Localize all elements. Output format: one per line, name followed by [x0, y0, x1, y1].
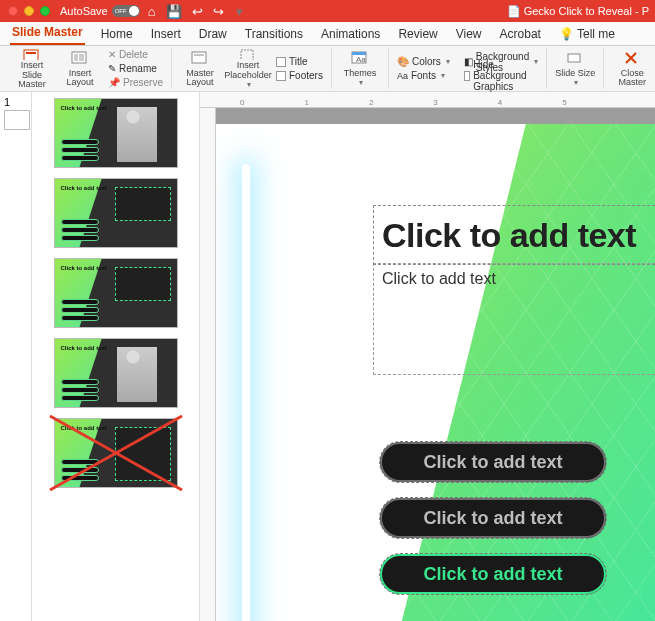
qat-dropdown-icon[interactable]: ▾: [236, 4, 243, 19]
thumb-title: Click to add text: [61, 265, 107, 271]
app-icon: 📄: [507, 5, 521, 17]
window-controls: [8, 6, 50, 16]
insert-placeholder-label: Insert Placeholder: [224, 61, 272, 80]
document-title-text: Gecko Click to Reveal - P: [524, 5, 649, 17]
master-layout-label: Master Layout: [178, 69, 222, 88]
insert-layout-button[interactable]: Insert Layout: [58, 48, 102, 90]
close-master-button[interactable]: Close Master: [610, 48, 654, 90]
layout-thumbnail[interactable]: Click to add text: [54, 98, 178, 168]
option-button-1[interactable]: Click to add text: [380, 442, 606, 482]
slide-size-icon: [566, 50, 584, 68]
placeholder-icon: [239, 48, 257, 61]
checkbox-icon: [276, 57, 286, 67]
group-edit-master: Insert Slide Master Insert Layout ✕Delet…: [4, 48, 172, 89]
master-thumbnail[interactable]: [4, 110, 30, 130]
minimize-window-icon[interactable]: [24, 6, 34, 16]
title-placeholder[interactable]: Click to add text: [374, 206, 655, 264]
layout-thumbnail[interactable]: Click to add text: [54, 338, 178, 408]
preserve-label: Preserve: [123, 77, 163, 88]
slide-size-label: Slide Size: [555, 69, 595, 78]
layout-icon: [71, 50, 89, 68]
ribbon-tabs: Slide Master Home Insert Draw Transition…: [0, 22, 655, 46]
tab-transitions[interactable]: Transitions: [243, 23, 305, 45]
master-layout-button[interactable]: Master Layout: [178, 48, 222, 90]
thumb-title: Click to add text: [61, 105, 107, 111]
ruler-mark: 1: [304, 98, 308, 107]
svg-rect-3: [74, 54, 78, 61]
preserve-button: 📌Preserve: [106, 76, 165, 89]
autosave-switch[interactable]: OFF: [112, 5, 140, 17]
chevron-down-icon[interactable]: ▾: [247, 81, 251, 89]
redo-icon[interactable]: ↪: [213, 4, 224, 19]
option-button-2-label: Click to add text: [423, 508, 562, 529]
option-button-3[interactable]: Click to add text: [380, 554, 606, 594]
tab-acrobat[interactable]: Acrobat: [498, 23, 543, 45]
zoom-window-icon[interactable]: [40, 6, 50, 16]
hide-bg-label: Hide Background Graphics: [473, 59, 538, 92]
fonts-button[interactable]: AaFonts▾: [395, 69, 452, 82]
tab-view[interactable]: View: [454, 23, 484, 45]
slide-edit-area[interactable]: 0 1 2 3 4 5 Click to add text Click to a…: [200, 92, 655, 621]
chevron-down-icon[interactable]: ▾: [441, 71, 445, 80]
themes-label: Themes: [344, 69, 377, 78]
delete-label: Delete: [119, 49, 148, 60]
slide-size-button[interactable]: Slide Size▾: [553, 48, 597, 90]
delete-button: ✕Delete: [106, 48, 165, 61]
insert-slide-master-button[interactable]: Insert Slide Master: [10, 48, 54, 90]
halo-divider: [242, 164, 250, 621]
bulb-icon: 💡: [559, 27, 574, 41]
layout-thumbnails-pane[interactable]: Click to add text Click to add text Clic…: [32, 92, 200, 621]
ruler-mark: 4: [498, 98, 502, 107]
themes-button[interactable]: Aa Themes▾: [338, 48, 382, 90]
colors-label: Colors: [412, 56, 441, 67]
tab-animations[interactable]: Animations: [319, 23, 382, 45]
tab-review[interactable]: Review: [396, 23, 439, 45]
group-master-layout: Master Layout Insert Placeholder▾ Title …: [172, 48, 332, 89]
group-background: 🎨Colors▾ AaFonts▾ ◧Background Styles▾ Hi…: [389, 48, 547, 89]
layout-thumbnail[interactable]: Click to add text: [54, 418, 178, 488]
slide[interactable]: Click to add text Click to add text Clic…: [216, 124, 655, 621]
tab-draw[interactable]: Draw: [197, 23, 229, 45]
tab-tell-me[interactable]: 💡 Tell me: [557, 23, 617, 45]
save-icon[interactable]: 💾: [166, 4, 182, 19]
hide-bg-checkbox[interactable]: Hide Background Graphics: [462, 69, 540, 82]
option-button-2[interactable]: Click to add text: [380, 498, 606, 538]
insert-layout-label: Insert Layout: [58, 69, 102, 88]
svg-rect-11: [568, 54, 580, 62]
body-text: Click to add text: [382, 270, 496, 287]
footers-checkbox[interactable]: Footers: [274, 69, 325, 82]
document-title: 📄 Gecko Click to Reveal - P: [507, 5, 649, 18]
layout-thumbnail[interactable]: Click to add text: [54, 258, 178, 328]
svg-rect-5: [192, 52, 206, 63]
svg-rect-4: [79, 54, 84, 61]
tell-me-label: Tell me: [577, 27, 615, 41]
option-button-3-label: Click to add text: [423, 564, 562, 585]
autosave-toggle[interactable]: AutoSave OFF: [60, 5, 140, 17]
rename-icon: ✎: [108, 63, 116, 74]
checkbox-icon: [276, 71, 286, 81]
insert-placeholder-button[interactable]: Insert Placeholder▾: [226, 48, 270, 90]
outline-pane[interactable]: 1: [0, 92, 32, 621]
tab-insert[interactable]: Insert: [149, 23, 183, 45]
slide-canvas: Click to add text Click to add text Clic…: [216, 108, 655, 621]
chevron-down-icon[interactable]: ▾: [446, 57, 450, 66]
chevron-down-icon[interactable]: ▾: [574, 79, 578, 87]
tab-slide-master[interactable]: Slide Master: [10, 21, 85, 45]
group-close: Close Master: [604, 48, 655, 89]
title-label: Title: [289, 56, 308, 67]
close-master-label: Close Master: [610, 69, 654, 88]
close-window-icon[interactable]: [8, 6, 18, 16]
body-placeholder[interactable]: Click to add text: [374, 264, 655, 374]
group-themes: Aa Themes▾: [332, 48, 389, 89]
switch-knob-icon: [129, 6, 139, 16]
chevron-down-icon[interactable]: ▾: [359, 79, 363, 87]
rename-button[interactable]: ✎Rename: [106, 62, 165, 75]
colors-button[interactable]: 🎨Colors▾: [395, 55, 452, 68]
undo-icon[interactable]: ↩: [192, 4, 203, 19]
ruler-mark: 3: [433, 98, 437, 107]
layout-thumbnail[interactable]: Click to add text: [54, 178, 178, 248]
svg-rect-7: [241, 50, 253, 61]
home-icon[interactable]: ⌂: [148, 4, 156, 19]
title-checkbox[interactable]: Title: [274, 55, 325, 68]
tab-home[interactable]: Home: [99, 23, 135, 45]
